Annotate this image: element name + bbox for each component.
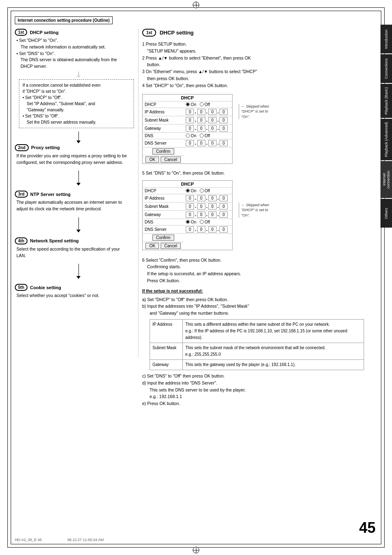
column-divider (138, 29, 138, 357)
dhcp-table1: DHCP DHCP On Off (142, 94, 233, 164)
step2-section: 2nd Proxy setting If the provider you ar… (15, 144, 134, 166)
sidebar-tab-playback-advanced[interactable]: Playback (Advanced) (380, 119, 392, 160)
right-header: 1st DHCP setting (142, 29, 364, 37)
arrow1 (23, 131, 134, 143)
right-steps-1-4: 1 Press SETUP button. "SETUP MENU" appea… (142, 41, 364, 89)
sidebar-tab-playback-basic[interactable]: Playback (Basic) (380, 84, 392, 118)
sidebar-tab-introduction[interactable]: Introduction (380, 25, 392, 53)
step5-content: Select whether you accept "cookies" or n… (15, 292, 134, 299)
sidebar-tab-playback-basic-label: Playback (Basic) (384, 87, 388, 115)
footer-note: HD-A2_05_E 45 06.12.27 11:50:24 AM (15, 538, 104, 542)
step1-dashed-box: If a connection cannot be established ev… (19, 79, 134, 128)
step4-title: Network Speed setting (30, 238, 79, 243)
step4-content: Select the speed according to the specif… (15, 246, 134, 259)
step3-section: 3rd NTP Server setting The player automa… (15, 191, 134, 212)
step5-title: Cookie setting (30, 285, 61, 290)
step2-title: Proxy setting (31, 145, 60, 150)
sidebar-tab-introduction-label: Introduction (384, 29, 388, 48)
step5-right: 5 Set "DNS" to "On", then press OK butto… (142, 170, 364, 175)
step1-badge: 1st (15, 29, 27, 36)
confirm-btn1[interactable]: Confirm (152, 148, 174, 154)
dhcp-table2: DHCP DHCP On Off (142, 180, 233, 250)
step2-badge: 2nd (15, 144, 29, 151)
step3-title: NTP Server setting (30, 192, 71, 197)
dhcp-radio-group1: On Off (186, 102, 230, 107)
step5-badge: 5th (15, 284, 28, 291)
main-content: Internet connection setting procedure (O… (15, 16, 376, 540)
sidebar-tab-connections[interactable]: Connections (380, 54, 392, 83)
left-column: 1st DHCP setting • Set "DHCP" to "On". T… (15, 29, 134, 302)
sidebar-tab-internet-connection[interactable]: Internetconnection (380, 161, 392, 198)
ok-btn2[interactable]: OK (145, 243, 159, 249)
sidebar-tab-playback-advanced-label: Playback (Advanced) (384, 122, 388, 157)
sidebar-tab-others-label: Others (384, 208, 388, 219)
arrow2 (23, 170, 134, 186)
sidebar-tab-connections-label: Connections (384, 58, 388, 79)
right-column: 1st DHCP setting 1 Press SETUP button. "… (142, 29, 364, 407)
procedure-header: Internet connection setting procedure (O… (15, 16, 113, 24)
step1-header: 1st DHCP setting (15, 29, 134, 36)
confirm-btn2[interactable]: Confirm (152, 235, 174, 241)
arrow3 (23, 217, 134, 233)
step4-header: 4th Network Speed setting (15, 237, 134, 244)
sidebar-tab-others[interactable]: Others (380, 199, 392, 228)
inner-border-bottom (11, 544, 381, 544)
step2-content: If the provider you are using requires a… (15, 153, 134, 166)
cancel-btn2[interactable]: Cancel (161, 243, 181, 249)
step3-badge: 3rd (15, 191, 28, 198)
ok-btn1[interactable]: OK (145, 157, 159, 163)
crosshair-top (193, 2, 199, 8)
step3-header: 3rd NTP Server setting (15, 191, 134, 198)
page-border-left (7, 7, 8, 548)
step1-content: • Set "DHCP" to "On". The network inform… (15, 37, 134, 70)
procedure-header-box: Internet connection setting procedure (O… (15, 16, 132, 28)
step4-section: 4th Network Speed setting Select the spe… (15, 237, 134, 259)
crosshair-bottom (193, 547, 199, 553)
skipped-note1: ← Skipped when "DHCP" is set to "On". (239, 104, 276, 120)
inner-border-left (11, 11, 11, 544)
dhcp-table1-wrapper: DHCP DHCP On Off (142, 92, 364, 166)
right-section-title: DHCP setting (159, 30, 194, 36)
cancel-btn1[interactable]: Cancel (161, 157, 181, 163)
step1-connector (23, 71, 134, 77)
step1-title: DHCP setting (30, 30, 58, 35)
inner-border-top (11, 11, 381, 11)
step5-header: 5th Cookie setting (15, 284, 134, 291)
if-not-successful: If the setup is not successful: a) Set "… (142, 288, 364, 407)
not-successful-header: If the setup is not successful: (142, 288, 364, 295)
right-step-badge: 1st (142, 29, 156, 37)
arrow4 (23, 264, 134, 279)
ip-address-row1: 0. 0. 0. 0 (186, 109, 230, 115)
step5-section: 5th Cookie setting Select whether you ac… (15, 284, 134, 299)
step4-badge: 4th (15, 237, 28, 244)
step6-right: 6 Select "Confirm", then press OK button… (142, 257, 364, 284)
step3-content: The player automatically accesses an int… (15, 199, 134, 212)
footer-date: 06.12.27 11:50:24 AM (67, 538, 104, 542)
skipped-note2: ← Skipped when "DHCP" is set to "On". (239, 203, 276, 218)
right-sidebar: Introduction Connections Playback (Basic… (380, 25, 392, 228)
page-number: 45 (359, 519, 376, 537)
step2-header: 2nd Proxy setting (15, 144, 134, 151)
address-table: IP Address This sets a different address… (150, 319, 364, 370)
step1-section: 1st DHCP setting • Set "DHCP" to "On". T… (15, 29, 134, 128)
sidebar-tab-internet-label: Internetconnection (382, 170, 390, 189)
footer-code: HD-A2_05_E 45 (15, 538, 42, 542)
dhcp-table2-wrapper: DHCP DHCP On Off (142, 178, 364, 253)
